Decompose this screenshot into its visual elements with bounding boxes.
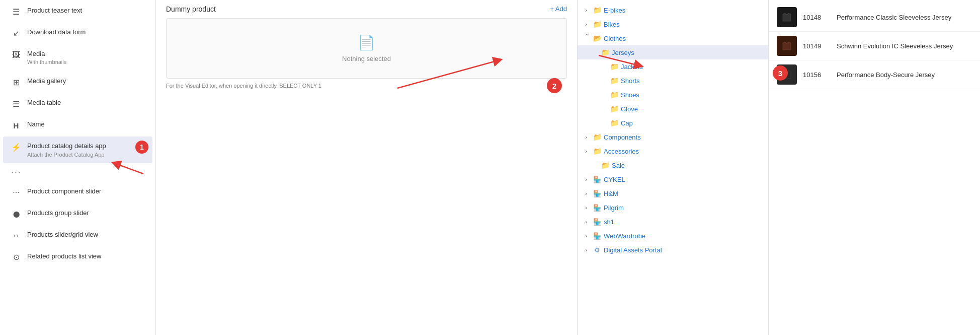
tree-item-jerseys[interactable]: 📁 Jerseys — [578, 45, 768, 59]
product-box: 📄 Nothing selected — [166, 18, 567, 79]
chevron-right-icon: › — [582, 132, 591, 142]
product-name: Performance Body-Secure Jersey — [837, 71, 972, 79]
tree-item-label: Accessories — [604, 148, 639, 155]
store-icon: 🏪 — [593, 203, 602, 212]
tree-item-label: Shoes — [621, 91, 639, 99]
sidebar-item-label: Download data form — [27, 28, 86, 37]
tree-item-digital-assets-portal[interactable]: › ⚙ Digital Assets Portal — [578, 243, 768, 257]
tree-item-label: H&M — [604, 190, 618, 197]
sidebar-item-label: Products slider/grid view — [27, 230, 98, 239]
store-icon: 🏪 — [593, 175, 602, 184]
sidebar-item-products-group-slider[interactable]: ⬤ Products group slider — [3, 204, 152, 224]
tree-item-bikes[interactable]: › 📁 Bikes — [578, 17, 768, 31]
product-row-10148[interactable]: 10148 Performance Classic Sleeveless Jer… — [769, 3, 980, 32]
tree-item-webwardrobe[interactable]: › 🏪 WebWardrobe — [578, 229, 768, 243]
sidebar-item-label: Related products list view — [27, 252, 101, 261]
product-id: 10148 — [803, 14, 831, 21]
tree-item-label: Cap — [621, 119, 633, 127]
tree-item-pilgrim[interactable]: › 🏪 Pilgrim — [578, 200, 768, 215]
hint-text: For the Visual Editor, when opening it d… — [166, 83, 567, 89]
tree-item-clothes[interactable]: › 📂 Clothes — [578, 31, 768, 45]
sidebar-item-product-catalog-details-app[interactable]: ⚡ Product catalog details app Attach the… — [3, 137, 152, 163]
arrows-icon: ↔ — [11, 231, 21, 241]
product-row-10156[interactable]: 10156 Performance Body-Secure Jersey — [769, 60, 980, 89]
store-icon: 🏪 — [593, 189, 602, 198]
chevron-right-icon: › — [582, 245, 591, 254]
tree-panel: › 📁 E-bikes › 📁 Bikes › 📂 Clothes 📁 Jers… — [578, 0, 769, 335]
tree-item-label: Sale — [612, 162, 625, 169]
chevron-right-icon: › — [582, 217, 591, 226]
chevron-right-icon: › — [582, 6, 591, 15]
sidebar-item-label: Media — [27, 49, 66, 58]
tree-item-jackets[interactable]: 📁 Jackets — [578, 59, 768, 74]
spacer — [590, 161, 599, 170]
spacer — [599, 118, 608, 127]
tree-item-sale[interactable]: 📁 Sale — [578, 158, 768, 172]
tree-item-label: Jackets — [621, 63, 643, 71]
products-panel: 3 10148 Performance Classic Sleeveless J… — [769, 0, 980, 335]
circle-icon: ⬤ — [11, 209, 21, 219]
annotation-badge-1: 1 — [135, 141, 148, 154]
chevron-right-icon: › — [582, 147, 591, 156]
tree-item-hm[interactable]: › 🏪 H&M — [578, 186, 768, 200]
tree-item-label: Glove — [621, 105, 638, 113]
sidebar: ☰ Product teaser text ↙ Download data fo… — [0, 0, 156, 335]
tree-item-label: Components — [604, 133, 641, 141]
folder-icon: 📁 — [610, 118, 619, 127]
tree-item-e-bikes[interactable]: › 📁 E-bikes — [578, 3, 768, 17]
nothing-selected-text: Nothing selected — [342, 55, 391, 62]
lightning-icon: ⚡ — [11, 142, 21, 152]
tree-item-cap[interactable]: 📁 Cap — [578, 116, 768, 130]
tree-item-label: sh1 — [604, 218, 614, 226]
sidebar-item-product-teaser-text[interactable]: ☰ Product teaser text — [3, 1, 152, 22]
add-button[interactable]: + Add — [550, 5, 567, 13]
sidebar-item-media[interactable]: 🖼 Media With thumbnails — [3, 44, 152, 71]
product-row-10149[interactable]: 10149 Schwinn Evolution IC Sleeveless Je… — [769, 32, 980, 60]
tree-item-sh1[interactable]: › 🏪 sh1 — [578, 215, 768, 229]
tree-item-label: E-bikes — [604, 7, 625, 14]
name-icon: H — [11, 120, 21, 130]
product-id: 10156 — [803, 71, 831, 79]
tree-item-glove[interactable]: 📁 Glove — [578, 102, 768, 116]
spacer — [599, 104, 608, 113]
sidebar-item-name[interactable]: H Name — [3, 115, 152, 136]
folder-icon: 📁 — [593, 20, 602, 29]
sidebar-item-sublabel: With thumbnails — [27, 58, 66, 65]
tree-item-label: Pilgrim — [604, 204, 624, 212]
sidebar-item-download-data-form[interactable]: ↙ Download data form — [3, 23, 152, 43]
folder-icon: 📁 — [610, 76, 619, 85]
product-label: Dummy product — [166, 5, 567, 13]
folder-icon: 📁 — [610, 104, 619, 113]
sidebar-item-label: Media gallery — [27, 77, 66, 86]
table-icon: ☰ — [11, 99, 21, 109]
product-id: 10149 — [803, 42, 831, 50]
sidebar-item-label: Product component slider — [27, 187, 101, 196]
sidebar-dots-1: ··· — [3, 164, 152, 181]
store-icon: 🏪 — [593, 231, 602, 240]
tree-item-cykel[interactable]: › 🏪 CYKEL — [578, 172, 768, 186]
sidebar-item-label: Media table — [27, 98, 61, 107]
sidebar-item-product-component-slider[interactable]: ··· Product component slider — [3, 182, 152, 203]
tree-item-components[interactable]: › 📁 Components — [578, 130, 768, 144]
spacer — [590, 48, 599, 57]
product-thumbnail — [777, 64, 797, 85]
folder-icon: 📁 — [610, 90, 619, 99]
spacer — [599, 62, 608, 71]
product-thumbnail — [777, 7, 797, 27]
tree-item-shoes[interactable]: 📁 Shoes — [578, 88, 768, 102]
tree-item-label: CYKEL — [604, 176, 625, 183]
folder-open-icon: 📂 — [593, 34, 602, 43]
tree-item-label: Jerseys — [612, 49, 634, 56]
chevron-down-icon: › — [582, 34, 591, 43]
sidebar-item-media-gallery[interactable]: ⊞ Media gallery — [3, 72, 152, 92]
spacer — [599, 90, 608, 99]
tree-item-label: Shorts — [621, 77, 640, 85]
sidebar-item-related-products-list-view[interactable]: ⊙ Related products list view — [3, 247, 152, 267]
sidebar-item-media-table[interactable]: ☰ Media table — [3, 93, 152, 114]
download-icon: ↙ — [11, 28, 21, 38]
tree-item-shorts[interactable]: 📁 Shorts — [578, 74, 768, 88]
tree-item-accessories[interactable]: › 📁 Accessories — [578, 144, 768, 158]
sidebar-item-products-slider-grid-view[interactable]: ↔ Products slider/grid view — [3, 225, 152, 246]
chevron-right-icon: › — [582, 20, 591, 29]
target-icon: ⊙ — [11, 252, 21, 262]
